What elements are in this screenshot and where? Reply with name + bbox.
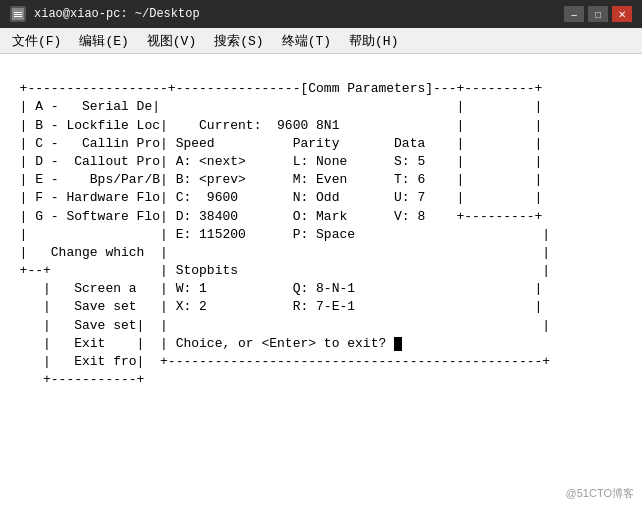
svg-rect-2 — [14, 14, 22, 15]
window-controls: – □ ✕ — [564, 6, 632, 22]
svg-rect-3 — [14, 16, 22, 17]
close-button[interactable]: ✕ — [612, 6, 632, 22]
titlebar-left: xiao@xiao-pc: ~/Desktop — [10, 6, 200, 22]
menubar: 文件(F) 编辑(E) 视图(V) 搜索(S) 终端(T) 帮助(H) — [0, 28, 642, 54]
svg-rect-1 — [14, 12, 22, 13]
menu-help[interactable]: 帮助(H) — [341, 30, 406, 52]
watermark: @51CTO博客 — [566, 486, 634, 501]
app-icon — [10, 6, 26, 22]
maximize-button[interactable]: □ — [588, 6, 608, 22]
titlebar: xiao@xiao-pc: ~/Desktop – □ ✕ — [0, 0, 642, 28]
menu-file[interactable]: 文件(F) — [4, 30, 69, 52]
terminal-area[interactable]: +------------------+----------------[Com… — [0, 54, 642, 507]
cursor — [394, 337, 402, 351]
menu-view[interactable]: 视图(V) — [139, 30, 204, 52]
menu-edit[interactable]: 编辑(E) — [71, 30, 136, 52]
menu-terminal[interactable]: 终端(T) — [274, 30, 339, 52]
terminal-output: +------------------+----------------[Com… — [4, 62, 638, 408]
window-title: xiao@xiao-pc: ~/Desktop — [34, 7, 200, 21]
menu-search[interactable]: 搜索(S) — [206, 30, 271, 52]
minimize-button[interactable]: – — [564, 6, 584, 22]
